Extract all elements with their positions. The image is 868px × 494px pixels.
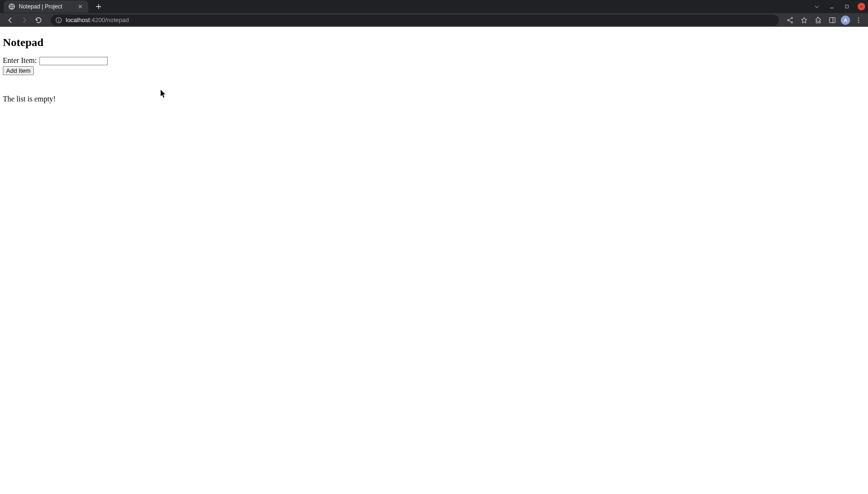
maximize-icon[interactable]	[843, 2, 851, 11]
svg-point-7	[791, 22, 793, 23]
svg-point-10	[858, 17, 859, 18]
svg-point-11	[858, 19, 859, 20]
browser-chrome: Notepad | Project	[0, 0, 868, 27]
svg-point-6	[791, 17, 793, 18]
svg-point-4	[58, 18, 59, 19]
empty-list-message: The list is empty!	[3, 95, 865, 103]
add-item-button[interactable]: Add Item	[3, 66, 34, 75]
url-host: localhost	[66, 16, 90, 23]
item-input[interactable]	[39, 57, 108, 65]
page-heading: Notepad	[3, 36, 865, 49]
form-row: Enter Item:	[3, 56, 865, 65]
toolbar-right: A	[784, 15, 864, 26]
avatar-letter: A	[844, 17, 847, 23]
window-close-icon[interactable]	[858, 3, 865, 10]
extensions-icon[interactable]	[813, 15, 824, 26]
share-icon[interactable]	[784, 15, 796, 26]
address-bar[interactable]: localhost:4200/notepad	[51, 15, 779, 26]
window-controls	[813, 0, 865, 13]
close-tab-icon[interactable]	[77, 3, 84, 10]
sidepanel-icon[interactable]	[827, 15, 838, 26]
menu-icon[interactable]	[853, 15, 864, 26]
new-tab-button[interactable]	[92, 0, 105, 13]
favicon-icon	[8, 3, 15, 10]
site-info-icon[interactable]	[55, 17, 62, 23]
bookmark-icon[interactable]	[798, 15, 810, 26]
svg-point-5	[788, 19, 789, 21]
svg-rect-1	[845, 5, 848, 8]
chevron-down-icon[interactable]	[813, 2, 821, 11]
minimize-icon[interactable]	[828, 2, 836, 11]
profile-avatar[interactable]: A	[841, 15, 850, 25]
page-content: Notepad Enter Item: Add Item The list is…	[0, 27, 868, 106]
back-button[interactable]	[4, 14, 17, 27]
reload-button[interactable]	[32, 14, 45, 27]
tab-bar: Notepad | Project	[0, 0, 868, 13]
tab-title: Notepad | Project	[19, 3, 73, 10]
browser-tab[interactable]: Notepad | Project	[4, 0, 88, 13]
svg-rect-8	[829, 17, 835, 23]
svg-point-12	[858, 22, 859, 23]
url-text: localhost:4200/notepad	[66, 16, 129, 23]
url-path: :4200/notepad	[90, 16, 129, 23]
forward-button[interactable]	[18, 14, 31, 27]
item-input-label: Enter Item:	[3, 56, 37, 64]
browser-toolbar: localhost:4200/notepad A	[0, 13, 868, 27]
